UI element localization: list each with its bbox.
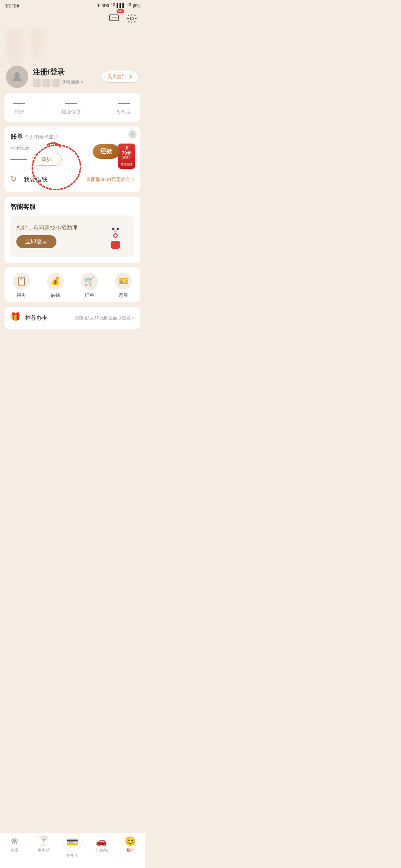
- nav-item-tickets[interactable]: 🎫 票券: [115, 273, 132, 299]
- stat-points[interactable]: —— 积分: [13, 100, 25, 115]
- account-subtitle: 个人消费卡账户: [25, 134, 58, 140]
- recommend-title: 推荐办卡: [25, 315, 74, 322]
- nav-label-todo: 待办: [17, 292, 26, 299]
- badge-icon-1: [33, 79, 41, 87]
- stat-divider-2: [99, 101, 99, 115]
- badges-row: 获得勋章 >: [33, 79, 97, 87]
- profile-info: 注册/登录 获得勋章 >: [33, 67, 97, 87]
- hero-decoration: [0, 29, 145, 66]
- service-inner: 您好，有问题找小招助理 立即登录: [10, 216, 134, 257]
- service-card: 智能客服 您好，有问题找小招助理 立即登录: [4, 197, 140, 263]
- stat-chaochao-label: 朝朝宝: [117, 109, 131, 115]
- pay-label: 还款: [100, 148, 112, 155]
- svg-point-20: [114, 234, 117, 237]
- recommend-icon: 🎁: [10, 312, 22, 324]
- 4g-icon: 4G: [111, 3, 115, 8]
- orders-icon: 🛒: [81, 273, 98, 290]
- profile-name[interactable]: 注册/登录: [33, 67, 97, 77]
- coupon-open-label: 开: [120, 146, 134, 151]
- coupon-label: 消费券: [120, 156, 134, 160]
- badge-icon-3: [52, 79, 60, 87]
- svg-point-9: [14, 72, 20, 78]
- account-card: 账单 个人消费卡账户 × 剩余应还 —— 查账 还款 开 78元 消费券 年末回…: [4, 126, 140, 192]
- signal-icon: 3D0: [102, 3, 109, 8]
- stat-credit[interactable]: —— 额度信贷: [61, 100, 81, 115]
- pay-button[interactable]: 还款: [93, 144, 120, 159]
- close-button[interactable]: ×: [128, 130, 137, 138]
- signal-bars-icon: ▌▌▌: [117, 3, 125, 8]
- status-icons: ∗ 3D0 4G ▌▌▌ 4G [92]: [97, 3, 140, 8]
- message-button[interactable]: 99+: [107, 11, 121, 26]
- borrow-nav-icon: 💰: [47, 273, 64, 290]
- svg-point-13: [112, 228, 114, 230]
- nav-item-orders[interactable]: 🛒 订单: [81, 273, 98, 299]
- todo-icon: 📋: [13, 273, 30, 290]
- svg-point-15: [114, 230, 117, 233]
- service-left: 您好，有问题找小招助理 立即登录: [16, 224, 99, 248]
- nav-label-orders: 订单: [85, 292, 94, 299]
- sign-in-label: 天天签到: [107, 73, 127, 80]
- nav-item-borrow[interactable]: 💰 借钱: [47, 273, 64, 299]
- stat-chaochao-value: ——: [118, 100, 130, 106]
- avatar[interactable]: [6, 66, 28, 88]
- borrow-link[interactable]: 查额赢3000元还款金 >: [86, 176, 134, 183]
- borrow-section: ↻ 我要借钱 查额赢3000元还款金 >: [10, 170, 134, 186]
- stat-chaochao[interactable]: —— 朝朝宝: [117, 100, 131, 115]
- coupon-amount: 78元: [120, 151, 134, 156]
- borrow-text: 我要借钱: [24, 176, 86, 184]
- svg-point-14: [117, 228, 119, 230]
- svg-point-4: [130, 17, 133, 20]
- account-title: 账单: [10, 133, 23, 140]
- stat-points-value: ——: [13, 100, 25, 106]
- stat-credit-value: ——: [65, 100, 77, 106]
- service-greeting: 您好，有问题找小招助理: [16, 224, 99, 231]
- 4g2-icon: 4G: [127, 3, 131, 8]
- bluetooth-icon: ∗: [97, 3, 100, 8]
- svg-point-3: [115, 17, 117, 19]
- quick-nav: 📋 待办 💰 借钱 🛒 订单 🎫 票券: [4, 267, 140, 302]
- status-time: 11:15: [5, 2, 19, 9]
- stat-points-label: 积分: [14, 109, 24, 115]
- svg-rect-18: [111, 241, 120, 249]
- svg-point-1: [112, 17, 113, 19]
- stat-credit-label: 额度信贷: [61, 109, 81, 115]
- year-end-tag: 年末回馈: [120, 162, 134, 167]
- nav-label-borrow: 借钱: [50, 292, 60, 299]
- borrow-icon: ↻: [10, 174, 21, 185]
- sign-in-button[interactable]: 天天签到: [102, 71, 139, 83]
- stats-card: —— 积分 —— 额度信贷 —— 朝朝宝: [4, 93, 140, 122]
- status-bar: 11:15 ∗ 3D0 4G ▌▌▌ 4G [92]: [0, 0, 145, 10]
- remaining-amount: ——: [10, 155, 27, 164]
- settings-button[interactable]: [125, 11, 139, 26]
- tickets-icon: 🎫: [115, 273, 132, 290]
- stat-divider-1: [43, 101, 43, 115]
- badge-icon-2: [42, 79, 50, 87]
- service-login-button[interactable]: 立即登录: [16, 235, 56, 248]
- nav-item-todo[interactable]: 📋 待办: [13, 273, 30, 299]
- battery-icon: [92]: [133, 3, 140, 8]
- top-action-bar: 99+: [0, 10, 145, 29]
- profile-section: 注册/登录 获得勋章 > 天天签到: [0, 66, 145, 93]
- close-icon: ×: [131, 132, 134, 137]
- recommend-card[interactable]: 🎁 推荐办卡 成功推1人10元购桌面取暖器 >: [4, 307, 140, 329]
- svg-point-2: [114, 17, 115, 19]
- recommend-link[interactable]: 成功推1人10元购桌面取暖器 >: [74, 315, 134, 321]
- badges-label[interactable]: 获得勋章 >: [62, 79, 83, 86]
- query-button[interactable]: 查账: [32, 153, 62, 166]
- service-title: 智能客服: [10, 203, 134, 211]
- nav-label-tickets: 票券: [118, 292, 128, 299]
- mascot-image: [102, 221, 128, 251]
- message-badge: 99+: [117, 9, 124, 13]
